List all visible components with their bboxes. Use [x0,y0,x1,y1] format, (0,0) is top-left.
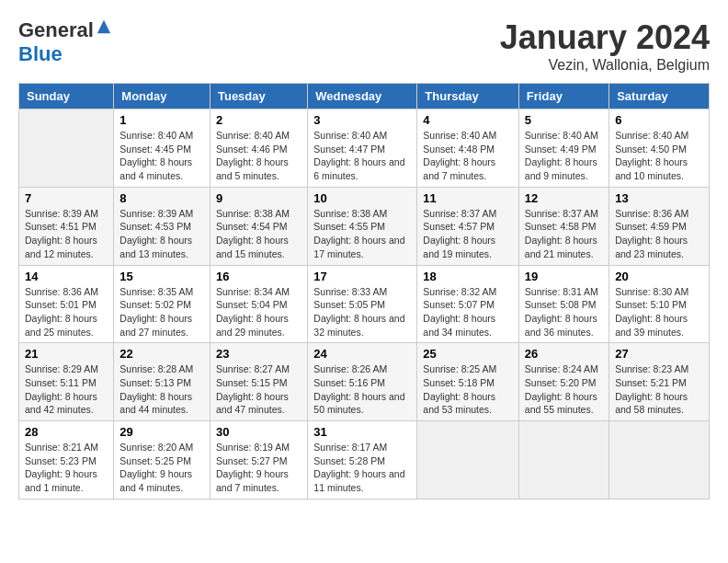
calendar-cell: 3Sunrise: 8:40 AMSunset: 4:47 PMDaylight… [308,109,417,188]
day-info: Sunrise: 8:40 AMSunset: 4:48 PMDaylight:… [423,129,513,183]
week-row-4: 21Sunrise: 8:29 AMSunset: 5:11 PMDayligh… [19,343,710,421]
header-thursday: Thursday [417,84,519,109]
calendar-cell: 29Sunrise: 8:20 AMSunset: 5:25 PMDayligh… [114,421,210,500]
header-tuesday: Tuesday [210,84,307,109]
month-title: January 2024 [500,18,710,57]
day-number: 28 [25,425,108,439]
calendar-cell: 27Sunrise: 8:23 AMSunset: 5:21 PMDayligh… [609,343,710,421]
day-info: Sunrise: 8:40 AMSunset: 4:45 PMDaylight:… [119,129,204,183]
day-info: Sunrise: 8:36 AMSunset: 5:01 PMDaylight:… [25,285,108,339]
calendar-cell: 20Sunrise: 8:30 AMSunset: 5:10 PMDayligh… [609,265,710,343]
day-info: Sunrise: 8:30 AMSunset: 5:10 PMDaylight:… [615,285,703,339]
day-info: Sunrise: 8:37 AMSunset: 4:57 PMDaylight:… [423,207,513,261]
day-number: 9 [216,191,301,205]
day-info: Sunrise: 8:27 AMSunset: 5:15 PMDaylight:… [216,362,301,417]
logo-icon [96,18,112,35]
day-info: Sunrise: 8:40 AMSunset: 4:46 PMDaylight:… [216,129,301,183]
day-number: 27 [615,347,703,361]
week-row-3: 14Sunrise: 8:36 AMSunset: 5:01 PMDayligh… [19,265,710,343]
day-info: Sunrise: 8:32 AMSunset: 5:07 PMDaylight:… [423,285,513,339]
day-info: Sunrise: 8:26 AMSunset: 5:16 PMDaylight:… [313,362,411,417]
calendar-cell: 19Sunrise: 8:31 AMSunset: 5:08 PMDayligh… [518,265,609,343]
day-info: Sunrise: 8:36 AMSunset: 4:59 PMDaylight:… [615,207,703,261]
calendar-cell: 17Sunrise: 8:33 AMSunset: 5:05 PMDayligh… [308,265,417,343]
day-info: Sunrise: 8:21 AMSunset: 5:23 PMDaylight:… [25,441,108,495]
calendar-cell: 15Sunrise: 8:35 AMSunset: 5:02 PMDayligh… [114,265,210,343]
day-info: Sunrise: 8:17 AMSunset: 5:28 PMDaylight:… [313,441,411,495]
header-saturday: Saturday [609,84,710,109]
day-number: 6 [615,113,703,127]
day-number: 22 [119,347,204,361]
calendar-cell: 16Sunrise: 8:34 AMSunset: 5:04 PMDayligh… [210,265,307,343]
day-number: 15 [119,270,204,283]
calendar-cell: 24Sunrise: 8:26 AMSunset: 5:16 PMDayligh… [308,343,417,421]
day-info: Sunrise: 8:25 AMSunset: 5:18 PMDaylight:… [423,362,513,417]
week-row-2: 7Sunrise: 8:39 AMSunset: 4:51 PMDaylight… [19,187,710,265]
calendar-table: SundayMondayTuesdayWednesdayThursdayFrid… [18,83,710,500]
day-number: 26 [525,347,603,361]
day-number: 5 [525,113,603,127]
day-number: 23 [216,347,301,361]
day-number: 18 [423,270,513,283]
calendar-cell: 4Sunrise: 8:40 AMSunset: 4:48 PMDaylight… [417,109,519,188]
day-number: 16 [216,270,301,283]
day-number: 11 [423,191,513,205]
day-info: Sunrise: 8:37 AMSunset: 4:58 PMDaylight:… [525,207,603,261]
day-info: Sunrise: 8:39 AMSunset: 4:51 PMDaylight:… [25,207,108,261]
day-info: Sunrise: 8:35 AMSunset: 5:02 PMDaylight:… [119,285,204,339]
day-number: 4 [423,113,513,127]
day-number: 30 [216,425,301,439]
day-info: Sunrise: 8:33 AMSunset: 5:05 PMDaylight:… [313,285,411,339]
day-info: Sunrise: 8:40 AMSunset: 4:50 PMDaylight:… [615,129,703,183]
header-friday: Friday [518,84,609,109]
header-monday: Monday [114,84,210,109]
day-info: Sunrise: 8:40 AMSunset: 4:49 PMDaylight:… [525,129,603,183]
day-info: Sunrise: 8:38 AMSunset: 4:54 PMDaylight:… [216,207,301,261]
calendar-cell: 13Sunrise: 8:36 AMSunset: 4:59 PMDayligh… [609,187,710,265]
logo-general-text: General [18,18,94,42]
day-info: Sunrise: 8:39 AMSunset: 4:53 PMDaylight:… [119,207,204,261]
day-number: 19 [525,270,603,283]
calendar-cell: 7Sunrise: 8:39 AMSunset: 4:51 PMDaylight… [19,187,114,265]
day-number: 25 [423,347,513,361]
calendar-cell: 8Sunrise: 8:39 AMSunset: 4:53 PMDaylight… [114,187,210,265]
day-number: 21 [25,347,108,361]
header-sunday: Sunday [19,84,114,109]
day-info: Sunrise: 8:29 AMSunset: 5:11 PMDaylight:… [25,362,108,417]
calendar-cell: 28Sunrise: 8:21 AMSunset: 5:23 PMDayligh… [19,421,114,500]
calendar-cell: 21Sunrise: 8:29 AMSunset: 5:11 PMDayligh… [19,343,114,421]
day-info: Sunrise: 8:31 AMSunset: 5:08 PMDaylight:… [525,285,603,339]
calendar-cell: 26Sunrise: 8:24 AMSunset: 5:20 PMDayligh… [518,343,609,421]
calendar-cell: 2Sunrise: 8:40 AMSunset: 4:46 PMDaylight… [210,109,307,188]
calendar-cell: 23Sunrise: 8:27 AMSunset: 5:15 PMDayligh… [210,343,307,421]
calendar-cell: 5Sunrise: 8:40 AMSunset: 4:49 PMDaylight… [518,109,609,188]
logo: General Blue [18,18,112,66]
day-number: 14 [25,270,108,283]
day-number: 24 [313,347,411,361]
calendar-cell [19,109,114,188]
day-info: Sunrise: 8:23 AMSunset: 5:21 PMDaylight:… [615,362,703,417]
calendar-cell: 1Sunrise: 8:40 AMSunset: 4:45 PMDaylight… [114,109,210,188]
day-number: 1 [119,113,204,127]
day-number: 7 [25,191,108,205]
day-number: 8 [119,191,204,205]
calendar-cell [518,421,609,500]
page-header: General Blue January 2024 Vezin, Walloni… [18,18,710,74]
calendar-cell: 12Sunrise: 8:37 AMSunset: 4:58 PMDayligh… [518,187,609,265]
calendar-cell: 14Sunrise: 8:36 AMSunset: 5:01 PMDayligh… [19,265,114,343]
calendar-cell [417,421,519,500]
day-info: Sunrise: 8:34 AMSunset: 5:04 PMDaylight:… [216,285,301,339]
week-row-1: 1Sunrise: 8:40 AMSunset: 4:45 PMDaylight… [19,109,710,188]
calendar-cell: 10Sunrise: 8:38 AMSunset: 4:55 PMDayligh… [308,187,417,265]
calendar-cell: 31Sunrise: 8:17 AMSunset: 5:28 PMDayligh… [308,421,417,500]
calendar-header-row: SundayMondayTuesdayWednesdayThursdayFrid… [19,84,710,109]
day-number: 3 [313,113,411,127]
day-info: Sunrise: 8:19 AMSunset: 5:27 PMDaylight:… [216,441,301,495]
day-number: 10 [313,191,411,205]
calendar-cell: 11Sunrise: 8:37 AMSunset: 4:57 PMDayligh… [417,187,519,265]
day-info: Sunrise: 8:24 AMSunset: 5:20 PMDaylight:… [525,362,603,417]
title-section: January 2024 Vezin, Wallonia, Belgium [500,18,710,74]
day-info: Sunrise: 8:20 AMSunset: 5:25 PMDaylight:… [119,441,204,495]
day-number: 2 [216,113,301,127]
day-number: 13 [615,191,703,205]
